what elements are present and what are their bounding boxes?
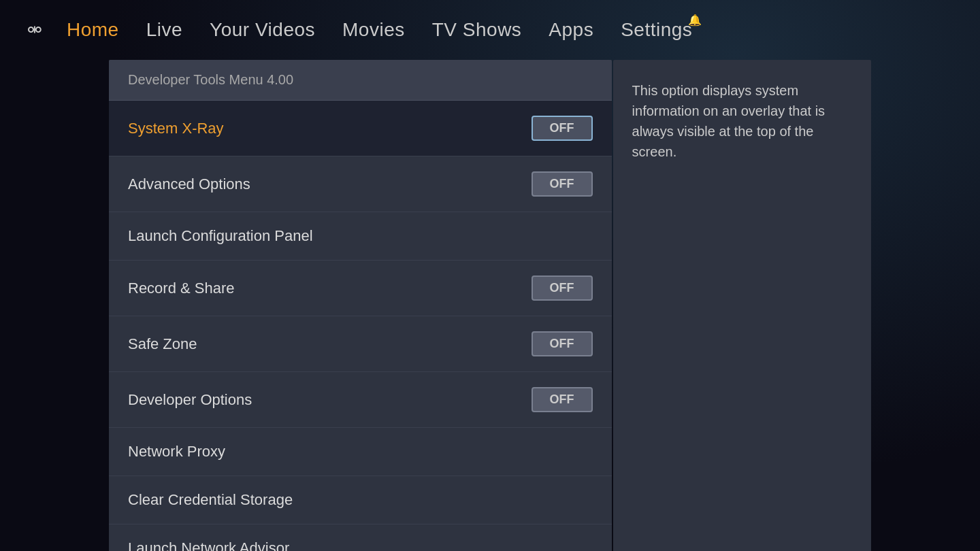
menu-item-clear-credential-label: Clear Credential Storage [128, 491, 293, 509]
menu-item-record-share[interactable]: Record & Share OFF [109, 261, 612, 316]
nav-item-your-videos[interactable]: Your Videos [210, 19, 315, 41]
menu-item-clear-credential[interactable]: Clear Credential Storage [109, 476, 612, 524]
nav-item-home[interactable]: Home [67, 19, 119, 41]
nav-item-apps[interactable]: Apps [549, 19, 593, 41]
nav-item-movies[interactable]: Movies [342, 19, 405, 41]
menu-item-safe-zone-label: Safe Zone [128, 335, 197, 353]
description-panel: This option displays system information … [613, 60, 871, 551]
menu-item-record-share-label: Record & Share [128, 280, 235, 297]
main-content: Developer Tools Menu 4.00 System X-Ray O… [0, 60, 980, 551]
menu-item-network-proxy[interactable]: Network Proxy [109, 428, 612, 476]
menu-item-system-xray-label: System X-Ray [128, 120, 224, 137]
safe-zone-toggle[interactable]: OFF [532, 331, 593, 356]
advanced-options-toggle[interactable]: OFF [532, 171, 593, 197]
nav-item-live[interactable]: Live [146, 19, 182, 41]
nav-item-settings[interactable]: Settings [621, 19, 692, 41]
menu-item-safe-zone[interactable]: Safe Zone OFF [109, 316, 612, 372]
developer-options-toggle[interactable]: OFF [532, 387, 593, 412]
menu-item-advanced-options-label: Advanced Options [128, 176, 250, 193]
menu-item-advanced-options[interactable]: Advanced Options OFF [109, 156, 612, 212]
record-share-toggle[interactable]: OFF [532, 276, 593, 301]
panel-container: Developer Tools Menu 4.00 System X-Ray O… [109, 60, 871, 551]
system-xray-toggle[interactable]: OFF [532, 116, 593, 141]
menu-list: Developer Tools Menu 4.00 System X-Ray O… [109, 60, 612, 551]
menu-item-network-proxy-label: Network Proxy [128, 443, 225, 461]
menu-item-developer-options[interactable]: Developer Options OFF [109, 372, 612, 428]
nav-item-tv-shows[interactable]: TV Shows [432, 19, 522, 41]
menu-header: Developer Tools Menu 4.00 [109, 60, 612, 101]
menu-item-system-xray[interactable]: System X-Ray OFF [109, 101, 612, 156]
menu-item-launch-config[interactable]: Launch Configuration Panel [109, 212, 612, 261]
menu-item-launch-config-label: Launch Configuration Panel [128, 227, 313, 245]
nav-items: Home Live Your Videos Movies TV Shows Ap… [67, 19, 692, 41]
description-text: This option displays system information … [632, 80, 852, 162]
menu-item-developer-options-label: Developer Options [128, 391, 252, 409]
menu-item-launch-network-advisor[interactable]: Launch Network Advisor [109, 524, 612, 551]
nav-bar: ⚮ Home Live Your Videos Movies TV Shows … [0, 0, 980, 60]
menu-item-launch-network-advisor-label: Launch Network Advisor [128, 539, 289, 551]
search-icon[interactable]: ⚮ [27, 20, 42, 41]
